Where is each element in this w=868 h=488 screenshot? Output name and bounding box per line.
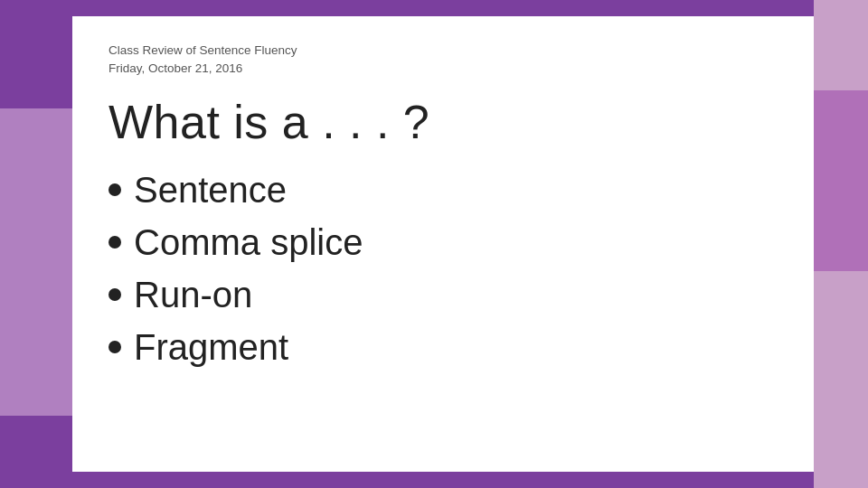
- right-top-block: [814, 0, 868, 90]
- bullet-list: Sentence Comma splice Run-on Fragment: [108, 165, 778, 371]
- bullet-dot: [108, 288, 121, 301]
- bullet-text-sentence: Sentence: [134, 165, 287, 214]
- right-bottom-block: [814, 271, 868, 488]
- main-content-area: Class Review of Sentence Fluency Friday,…: [72, 16, 814, 472]
- bullet-text-comma-splice: Comma splice: [134, 218, 363, 267]
- list-item: Run-on: [108, 270, 778, 319]
- left-top-block: [0, 0, 72, 108]
- top-bar: [0, 0, 868, 16]
- list-item: Fragment: [108, 323, 778, 371]
- bullet-text-run-on: Run-on: [134, 270, 252, 319]
- subtitle-line2: Friday, October 21, 2016: [108, 61, 242, 75]
- bullet-dot: [108, 183, 121, 196]
- bullet-text-fragment: Fragment: [134, 323, 288, 371]
- subtitle: Class Review of Sentence Fluency Friday,…: [108, 42, 778, 79]
- bottom-bar: [0, 472, 868, 488]
- left-column: [0, 0, 72, 488]
- right-mid-block: [814, 90, 868, 271]
- right-column: [814, 0, 868, 488]
- left-bottom-block: [0, 416, 72, 488]
- list-item: Sentence: [108, 165, 778, 214]
- slide-container: Class Review of Sentence Fluency Friday,…: [0, 0, 868, 488]
- subtitle-line1: Class Review of Sentence Fluency: [108, 43, 297, 57]
- bullet-dot: [108, 341, 121, 353]
- main-heading: What is a . . . ?: [108, 95, 778, 149]
- bullet-dot: [108, 236, 121, 249]
- left-mid-block: [0, 108, 72, 416]
- list-item: Comma splice: [108, 218, 778, 267]
